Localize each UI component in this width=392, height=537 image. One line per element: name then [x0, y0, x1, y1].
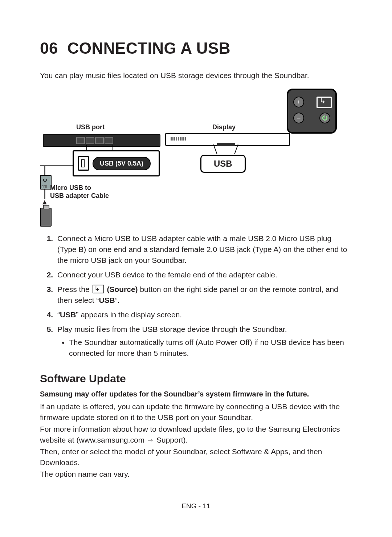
source-button-icon — [317, 97, 332, 108]
remote-control-illustration: + – ⏻ — [287, 89, 337, 134]
step-5-sublist: The Soundbar automatically turns off (Au… — [59, 337, 352, 359]
callout-line — [86, 145, 87, 150]
step-5: Play music files from the USB storage de… — [55, 324, 352, 359]
soundbar-rear-illustration — [43, 134, 160, 147]
soundbar-front-illustration — [165, 133, 290, 146]
cable-label-line: Micro USB to — [50, 184, 91, 191]
display-area-icon — [217, 143, 235, 146]
para-text: Support). — [154, 436, 188, 444]
usb-display-readout: USB — [200, 155, 246, 173]
usb-connection-diagram: USB port USB (5V 0.5A) Ψ ▯▯▯ ▲ Micro USB… — [40, 91, 352, 226]
step-2: Connect your USB device to the female en… — [55, 269, 352, 280]
micro-usb-port-icon — [78, 156, 89, 171]
port-row-illustration — [76, 137, 116, 145]
usb-a-adapter-icon — [40, 208, 52, 227]
arrow-right-icon: → — [147, 436, 154, 444]
intro-text: You can play music files located on USB … — [40, 71, 352, 80]
step-text: Play music files from the USB storage de… — [57, 325, 287, 333]
step-5-bullet: The Soundbar automatically turns off (Au… — [69, 337, 352, 359]
display-label: Display — [212, 123, 236, 131]
software-update-lead: Samsung may offer updates for the Soundb… — [40, 390, 352, 398]
step-text: Press the — [57, 285, 92, 293]
usb-port-label: USB port — [76, 123, 105, 131]
usb-keyword: USB — [60, 310, 76, 319]
volume-down-icon: – — [293, 113, 304, 123]
software-update-para: For more information about how to downlo… — [40, 424, 352, 446]
source-button-icon — [93, 285, 104, 293]
step-4: “USB” appears in the display screen. — [55, 309, 352, 320]
step-text: The Soundbar automatically turns off (Au… — [69, 338, 344, 357]
software-update-para: Then, enter or select the model of your … — [40, 446, 352, 468]
brand-logo-placeholder — [171, 137, 186, 141]
plug-teeth-icon: ▯▯▯ — [41, 184, 47, 188]
step-text: ”. — [115, 296, 120, 304]
step-text: “ — [57, 310, 60, 319]
instruction-steps: Connect a Micro USB to USB adapter cable… — [40, 233, 352, 359]
step-1: Connect a Micro USB to USB adapter cable… — [55, 233, 352, 266]
manual-page: 06 CONNECTING A USB You can play music f… — [0, 0, 392, 537]
software-update-heading: Software Update — [40, 373, 352, 385]
source-label: (Source) — [107, 285, 138, 293]
remote-top-tab — [305, 89, 324, 90]
callout-line — [113, 145, 113, 150]
step-text: Connect a Micro USB to USB adapter cable… — [57, 234, 347, 264]
software-update-para: The option name can vary. — [40, 469, 352, 480]
cable-label: Micro USB to USB adapter Cable — [50, 184, 109, 200]
cable-label-line: USB adapter Cable — [50, 192, 109, 199]
software-update-para: If an update is offered, you can update … — [40, 401, 352, 423]
volume-up-icon: + — [293, 97, 304, 107]
section-number: 06 — [40, 39, 58, 57]
section-heading: 06 CONNECTING A USB — [40, 39, 352, 57]
para-text: For more information about how to downlo… — [40, 425, 340, 444]
step-text: ” appears in the display screen. — [76, 310, 182, 319]
step-3: Press the (Source) button on the right s… — [55, 284, 352, 306]
usb-keyword: USB — [99, 296, 115, 304]
usb-port-callout: USB (5V 0.5A) — [73, 150, 160, 176]
page-footer: ENG - 11 — [0, 502, 392, 510]
power-icon: ⏻ — [319, 113, 330, 123]
usb-5v-label: USB (5V 0.5A) — [93, 157, 151, 170]
section-title: CONNECTING A USB — [67, 39, 230, 57]
usb-trident-icon: Ψ — [43, 178, 47, 184]
step-text: Connect your USB device to the female en… — [57, 270, 277, 279]
